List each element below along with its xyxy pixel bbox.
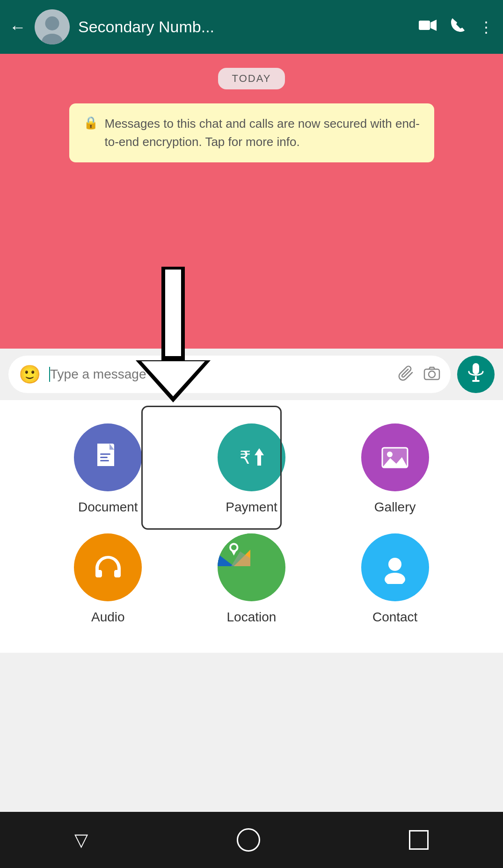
more-options-icon[interactable]: ⋮ xyxy=(479,18,494,36)
emoji-icon[interactable]: 🙂 xyxy=(19,364,41,385)
contact-label: Contact xyxy=(372,610,418,625)
document-icon-circle xyxy=(74,423,142,491)
svg-marker-20 xyxy=(255,448,264,466)
bottom-navigation: ▽ xyxy=(0,812,503,868)
chat-header: ← Secondary Numb... ⋮ xyxy=(0,0,503,54)
message-input-container: 🙂 xyxy=(8,356,451,393)
svg-rect-3 xyxy=(419,21,430,30)
chat-area: TODAY 🔒 Messages to this chat and calls … xyxy=(0,54,503,349)
location-icon-circle xyxy=(218,533,285,601)
svg-marker-8 xyxy=(141,361,205,396)
audio-icon-circle xyxy=(74,533,142,601)
mic-button[interactable] xyxy=(457,356,495,393)
svg-marker-4 xyxy=(430,20,437,31)
home-nav-icon[interactable] xyxy=(237,828,260,852)
lock-icon: 🔒 xyxy=(83,116,98,130)
svg-rect-11 xyxy=(473,363,479,374)
contact-attachment-item[interactable]: Contact xyxy=(328,533,462,625)
document-attachment-item[interactable]: Document xyxy=(41,423,175,515)
gallery-label: Gallery xyxy=(374,500,416,515)
svg-point-33 xyxy=(385,573,405,584)
encryption-text: Messages to this chat and calls are now … xyxy=(105,115,420,151)
svg-rect-7 xyxy=(165,270,181,356)
svg-rect-17 xyxy=(100,457,108,458)
svg-point-10 xyxy=(429,371,435,378)
mic-icon xyxy=(467,363,484,386)
attachment-grid: Document ₹ Payment xyxy=(41,423,462,625)
gallery-attachment-item[interactable]: Gallery xyxy=(328,423,462,515)
back-nav-icon[interactable]: ▽ xyxy=(74,830,88,850)
message-input[interactable] xyxy=(49,367,390,382)
location-attachment-item[interactable]: Location xyxy=(184,533,319,625)
video-call-icon[interactable] xyxy=(419,18,437,36)
camera-icon[interactable] xyxy=(423,365,440,384)
location-label: Location xyxy=(227,610,277,625)
audio-attachment-item[interactable]: Audio xyxy=(41,533,175,625)
back-button[interactable]: ← xyxy=(9,17,26,37)
payment-icon-circle: ₹ xyxy=(218,423,285,491)
svg-point-32 xyxy=(388,558,401,571)
input-bar: 🙂 xyxy=(0,349,503,400)
svg-rect-18 xyxy=(100,460,109,461)
encryption-notice[interactable]: 🔒 Messages to this chat and calls are no… xyxy=(69,103,434,162)
svg-rect-16 xyxy=(100,453,110,455)
svg-point-1 xyxy=(45,16,59,30)
attachment-icon[interactable] xyxy=(398,365,415,384)
recent-apps-nav-icon[interactable] xyxy=(409,830,429,850)
svg-rect-13 xyxy=(472,380,480,382)
gallery-icon-circle xyxy=(361,423,429,491)
contact-name[interactable]: Secondary Numb... xyxy=(78,18,410,36)
header-actions: ⋮ xyxy=(419,17,494,37)
payment-label: Payment xyxy=(226,500,277,515)
contact-icon-circle xyxy=(361,533,429,601)
payment-attachment-item[interactable]: ₹ Payment xyxy=(184,423,319,515)
today-badge: TODAY xyxy=(218,68,285,89)
arrow-annotation xyxy=(136,267,211,404)
document-label: Document xyxy=(78,500,138,515)
svg-rect-12 xyxy=(475,376,477,380)
voice-call-icon[interactable] xyxy=(450,17,466,37)
avatar xyxy=(35,9,70,44)
attachment-menu: Document ₹ Payment xyxy=(0,400,503,653)
audio-label: Audio xyxy=(91,610,125,625)
svg-text:₹: ₹ xyxy=(240,448,251,467)
svg-point-23 xyxy=(387,452,393,457)
svg-point-30 xyxy=(231,545,237,550)
